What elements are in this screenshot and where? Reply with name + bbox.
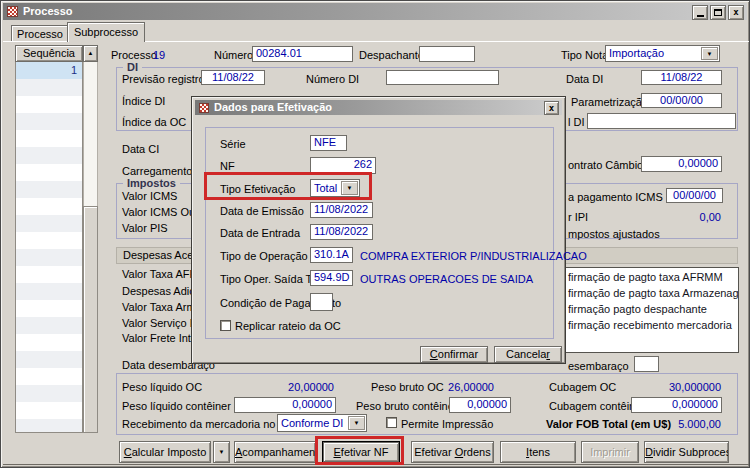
confirmacoes-listbox[interactable]: firmação de pagto taxa AFRMM firmação de… xyxy=(565,267,739,353)
ipi-label-fragment: r IPI xyxy=(568,211,588,224)
sidebar-scroll-up-button[interactable]: ▲ xyxy=(83,45,98,62)
numero-di-field[interactable] xyxy=(386,70,499,85)
tipo-efetivacao-combobox[interactable]: Total ▼ xyxy=(310,179,360,197)
tab-processo[interactable]: Processo xyxy=(11,25,69,41)
imprimir-button[interactable]: Imprimir xyxy=(581,441,639,463)
tipo-nota-combobox[interactable]: Importação ▼ xyxy=(605,45,720,62)
condicao-pagamento-field[interactable] xyxy=(310,293,333,311)
tipo-nota-value: Importação xyxy=(609,47,664,59)
previsao-registro-field[interactable]: 11/08/22 xyxy=(201,70,265,85)
scroll-up-icon: ▲ xyxy=(88,50,94,56)
list-item[interactable]: firmação de pagto taxa Armazenagem xyxy=(566,284,738,300)
data-entrada-field[interactable]: 11/08/2022 xyxy=(310,224,373,240)
ipi-value: 0,00 xyxy=(663,211,721,224)
canal-di-label-fragment: l DI xyxy=(568,116,585,129)
calcular-imposto-dropdown-button[interactable]: ▼ xyxy=(213,441,230,463)
processo-window: Processo x Processo Subprocesso Sequênci… xyxy=(0,0,750,468)
sequencia-column-header[interactable]: Sequência xyxy=(15,45,83,62)
nf-value: 262 xyxy=(354,158,372,170)
data-di-field[interactable]: 11/08/22 xyxy=(641,70,722,85)
permite-impressao-checkbox[interactable] xyxy=(386,417,397,428)
tab-subprocesso[interactable]: Subprocesso xyxy=(67,22,145,42)
minimize-icon xyxy=(697,15,704,17)
tipo-efetivacao-label: Tipo Efetivação xyxy=(220,183,295,196)
pagamento-icms-field[interactable]: 00/00/00 xyxy=(666,188,723,203)
grid-selected-row-value: 1 xyxy=(71,64,77,76)
sidebar-scrollbar-thumb[interactable] xyxy=(83,206,98,433)
replicar-rateio-label: Replicar rateio da OC xyxy=(235,320,341,333)
dividir-subprocesso-button[interactable]: Dividir Subprocesso xyxy=(644,441,729,463)
nf-field[interactable]: 262 xyxy=(310,157,376,174)
valor-fob-total-label: Valor FOB Total (em U$) xyxy=(546,418,671,431)
di-group-title: DI xyxy=(123,61,142,73)
serie-label: Série xyxy=(220,138,246,151)
calcular-imposto-button[interactable]: Calcular Imposto xyxy=(119,441,211,463)
tipo-nota-label: Tipo Nota xyxy=(561,49,608,62)
tipo-operacao-desc: COMPRA EXTERIOR P/INDUSTRIALIZACAO xyxy=(360,250,587,263)
dialog-close-button[interactable]: x xyxy=(544,101,559,115)
dialog-close-icon: x xyxy=(549,104,554,113)
peso-liquido-conteiner-field[interactable]: 0,00000 xyxy=(234,397,336,413)
grid-selected-row[interactable]: 1 xyxy=(16,62,82,79)
list-item[interactable]: firmação recebimento mercadoria xyxy=(566,316,738,332)
desembaraco-right-label-fragment: esembaraço xyxy=(568,360,629,373)
close-button[interactable]: x xyxy=(728,5,744,20)
parametrizacao-di-field[interactable]: 00/00/00 xyxy=(641,93,722,108)
numero-po-field[interactable]: 00284.01 xyxy=(252,46,353,62)
sequencia-header-label: Sequência xyxy=(23,47,75,59)
contrato-cambio-label-fragment: ontrato Câmbio xyxy=(568,159,643,172)
list-item[interactable]: firmação de pagto taxa AFRMM xyxy=(566,268,738,284)
despachante-field[interactable] xyxy=(419,46,475,62)
dados-efetivacao-dialog: Dados para Efetivação x Série NFE NF 262… xyxy=(191,96,566,364)
data-entrada-label: Data de Entrada xyxy=(220,227,300,240)
tipo-oper-saida-desc: OUTRAS OPERACOES DE SAIDA xyxy=(360,273,533,286)
desembaraco-field[interactable] xyxy=(634,356,659,372)
despachante-label: Despachante xyxy=(359,49,424,62)
data-emissao-label: Data de Emissão xyxy=(220,205,304,218)
minimize-button[interactable] xyxy=(692,5,708,20)
contrato-cambio-value: 0,00000 xyxy=(678,157,718,169)
valor-pis-label: Valor PIS xyxy=(122,222,168,235)
app-icon xyxy=(7,6,18,17)
valor-icms-label: Valor ICMS xyxy=(122,190,177,203)
cancelar-button[interactable]: Cancelar xyxy=(494,346,562,363)
calcular-imposto-label: Calcular Imposto xyxy=(124,446,207,458)
efetivar-ordens-button[interactable]: Efetivar Ordens xyxy=(411,441,494,463)
cubagem-conteiner-field[interactable]: 0,000000 xyxy=(631,397,722,413)
replicar-rateio-checkbox[interactable] xyxy=(220,320,231,331)
maximize-button[interactable] xyxy=(710,5,726,20)
acompanhamento-button[interactable]: Acompanhamento xyxy=(234,441,316,463)
serie-field[interactable]: NFE xyxy=(310,135,347,151)
canal-di-field[interactable] xyxy=(587,113,736,129)
tipo-oper-saida-field[interactable]: 594.9D xyxy=(310,270,353,286)
bottom-edge xyxy=(3,464,749,465)
sequencia-grid[interactable] xyxy=(15,62,83,433)
efetivar-nf-button[interactable]: Efetivar NF xyxy=(322,441,400,463)
tipo-nota-dropdown-icon[interactable]: ▼ xyxy=(701,47,718,60)
tipo-efetivacao-dropdown-icon[interactable]: ▼ xyxy=(341,181,358,195)
contrato-cambio-field[interactable]: 0,00000 xyxy=(641,156,722,172)
impostos-group-title: Impostos xyxy=(123,177,180,189)
peso-liquido-conteiner-label: Peso líquido contêiner xyxy=(122,400,231,413)
data-di-label: Data DI xyxy=(566,73,603,86)
recebimento-dropdown-icon[interactable]: ▼ xyxy=(348,416,365,430)
recebimento-cd-combobox[interactable]: Conforme DI ▼ xyxy=(277,414,367,432)
data-emissao-field[interactable]: 11/08/2022 xyxy=(310,202,373,218)
data-emissao-value: 11/08/2022 xyxy=(314,203,368,215)
peso-bruto-conteiner-label: Peso bruto contêiner xyxy=(356,400,458,413)
peso-liquido-oc-label: Peso líquido OC xyxy=(122,381,202,394)
peso-liquido-oc-value: 20,00000 xyxy=(254,381,334,394)
confirmar-button[interactable]: Confirmar xyxy=(420,346,488,363)
imprimir-label: Imprimir xyxy=(590,446,630,458)
peso-bruto-conteiner-value: 0,00000 xyxy=(467,398,507,410)
recebimento-cd-value: Conforme DI xyxy=(281,417,343,429)
valor-fob-total-value: 5.000,00 xyxy=(663,418,721,431)
previsao-registro-value: 11/08/22 xyxy=(212,71,254,83)
list-item[interactable]: firmação pagto despachante xyxy=(566,300,738,316)
tipo-operacao-value: 310.1A xyxy=(314,248,349,260)
peso-bruto-conteiner-field[interactable]: 0,00000 xyxy=(449,397,511,413)
itens-button[interactable]: Itens xyxy=(500,441,576,463)
nf-label: NF xyxy=(220,160,235,173)
tipo-operacao-field[interactable]: 310.1A xyxy=(310,247,353,263)
efetivar-nf-label: Efetivar NF xyxy=(333,446,388,458)
